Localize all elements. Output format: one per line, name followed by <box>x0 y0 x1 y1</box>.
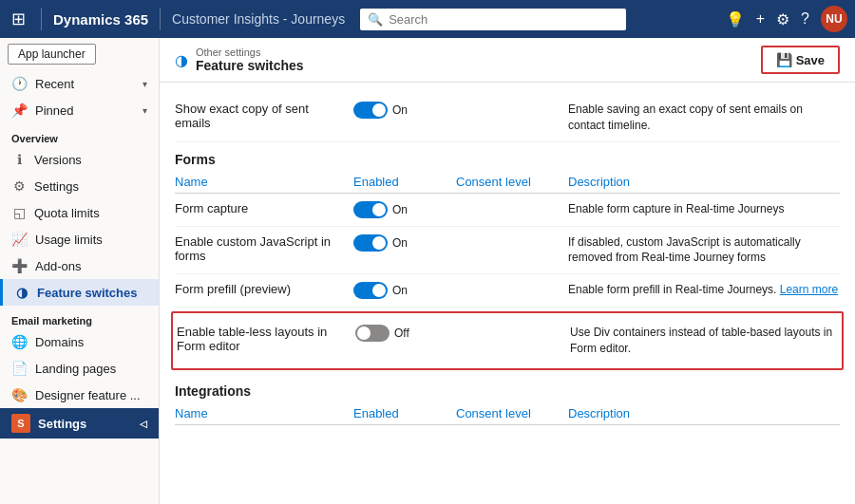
js-desc: If disabled, custom JavaScript is automa… <box>568 234 840 267</box>
toggle-label: On <box>392 203 408 216</box>
save-icon: 💾 <box>776 52 792 67</box>
sidebar-item-addons[interactable]: ➕ Add-ons <box>0 252 159 279</box>
save-button[interactable]: 💾 Save <box>761 46 840 74</box>
main-content: ◑ Other settings Feature switches 💾 Save… <box>160 38 855 504</box>
avatar[interactable]: NU <box>821 6 847 32</box>
forms-col-headers: Name Enabled Consent level Description <box>175 171 840 194</box>
col-enabled-header: Enabled <box>353 175 448 189</box>
sidebar-item-domains[interactable]: 🌐 Domains <box>0 328 159 355</box>
sent-emails-desc: Enable saving an exact copy of sent emai… <box>568 102 840 134</box>
int-col-desc-header: Description <box>568 406 840 420</box>
learn-more-link[interactable]: Learn more <box>780 283 838 296</box>
toggle-label: On <box>392 103 408 117</box>
sidebar-item-versions[interactable]: ℹ Versions <box>0 146 159 173</box>
help-icon[interactable]: ? <box>801 10 809 28</box>
forms-section-header: Forms <box>175 142 840 171</box>
overview-section: Overview <box>0 123 159 146</box>
app-label: Customer Insights - Journeys <box>172 11 345 27</box>
landing-icon: 📄 <box>11 361 28 376</box>
content-area: Show exact copy of sent emails On Enable… <box>160 83 855 437</box>
tableless-toggle-control[interactable]: Off <box>355 325 409 342</box>
toggle-thumb <box>372 203 386 216</box>
sidebar-item-feature-switches[interactable]: ◑ Feature switches <box>0 279 159 306</box>
sidebar-item-recent[interactable]: 🕐 Recent ▾ <box>0 70 159 97</box>
sidebar-item-settings[interactable]: ⚙ Settings <box>0 173 159 199</box>
form-row-capture: Form capture On Enable form capture in R… <box>175 194 840 227</box>
toggle-thumb <box>372 236 386 250</box>
main-header: ◑ Other settings Feature switches 💾 Save <box>160 38 855 83</box>
toggle-track <box>355 325 390 342</box>
sidebar-item-settings-bottom[interactable]: S Settings ◁ <box>0 408 159 439</box>
topbar-actions: 💡 + ⚙ ? NU <box>726 6 847 32</box>
sent-emails-name: Show exact copy of sent emails <box>175 102 346 130</box>
prefill-desc: Enable form prefill in Real-time Journey… <box>568 282 840 298</box>
usage-icon: 📈 <box>11 232 28 247</box>
search-box[interactable]: 🔍 <box>360 9 626 30</box>
designer-icon: 🎨 <box>11 387 28 402</box>
highlighted-row-container: Enable table-less layouts in Form editor… <box>171 311 844 370</box>
settings-icon[interactable]: ⚙ <box>776 10 789 28</box>
topbar-divider <box>41 8 42 30</box>
settings-nav-icon: ⚙ <box>11 178 27 194</box>
prefill-name: Form prefill (preview) <box>175 282 346 296</box>
search-input[interactable] <box>389 12 618 27</box>
tableless-desc: Use Div containers instead of table-base… <box>570 325 838 357</box>
app-launcher-button[interactable]: App launcher <box>8 44 96 65</box>
form-row-js: Enable custom JavaScript in forms On If … <box>175 227 840 275</box>
col-consent-header: Consent level <box>456 175 560 189</box>
integrations-col-headers: Name Enabled Consent level Description <box>175 402 840 425</box>
pinned-icon: 📌 <box>11 103 28 118</box>
integrations-section-header: Integrations <box>175 374 840 402</box>
settings-label: Settings <box>38 417 86 431</box>
js-toggle[interactable]: On <box>353 234 448 252</box>
form-row-tableless: Enable table-less layouts in Form editor… <box>177 317 838 364</box>
versions-icon: ℹ <box>11 152 27 167</box>
col-name-header: Name <box>175 175 346 189</box>
email-marketing-section: Email marketing <box>0 306 159 328</box>
int-col-name-header: Name <box>175 406 346 420</box>
capture-toggle-control[interactable]: On <box>353 201 408 218</box>
toggle-label: On <box>392 236 408 250</box>
grid-icon[interactable]: ⊞ <box>8 5 29 33</box>
tableless-name: Enable table-less layouts in Form editor <box>177 325 348 353</box>
prefill-toggle-control[interactable]: On <box>353 282 408 299</box>
toggle-track <box>353 234 388 252</box>
capture-toggle[interactable]: On <box>353 201 448 218</box>
prefill-toggle[interactable]: On <box>353 282 448 299</box>
int-col-consent-header: Consent level <box>456 406 560 420</box>
recent-chevron: ▾ <box>142 79 147 89</box>
lightbulb-icon[interactable]: 💡 <box>726 10 745 28</box>
toggle-label: On <box>392 284 408 297</box>
sidebar-item-landing[interactable]: 📄 Landing pages <box>0 355 159 382</box>
integrations-title: Integrations <box>175 383 251 399</box>
sidebar-item-pinned[interactable]: 📌 Pinned ▾ <box>0 97 159 123</box>
form-row-prefill: Form prefill (preview) On Enable form pr… <box>175 274 840 308</box>
breadcrumb: Other settings <box>196 47 304 58</box>
main-layout: App launcher 🕐 Recent ▾ 📌 Pinned ▾ Overv… <box>0 38 855 504</box>
feature-icon: ◑ <box>14 285 29 300</box>
topbar-divider2 <box>160 8 161 30</box>
sidebar: App launcher 🕐 Recent ▾ 📌 Pinned ▾ Overv… <box>0 38 160 504</box>
search-icon: 🔍 <box>368 12 383 27</box>
forms-title: Forms <box>175 152 216 167</box>
js-toggle-control[interactable]: On <box>353 234 408 252</box>
settings-chevron: ◁ <box>140 419 147 429</box>
sidebar-item-quota[interactable]: ◱ Quota limits <box>0 199 159 226</box>
capture-name: Form capture <box>175 201 346 215</box>
capture-desc: Enable form capture in Real-time Journey… <box>568 201 840 217</box>
sent-emails-toggle[interactable]: On <box>353 102 448 119</box>
add-icon[interactable]: + <box>756 10 765 28</box>
recent-icon: 🕐 <box>11 76 28 91</box>
sidebar-item-usage[interactable]: 📈 Usage limits <box>0 226 159 252</box>
toggle-track <box>353 201 388 218</box>
toggle-track <box>353 282 388 299</box>
toggle-thumb <box>372 284 386 297</box>
feature-switch-icon: ◑ <box>175 51 188 69</box>
sidebar-item-designer[interactable]: 🎨 Designer feature ... <box>0 382 159 408</box>
breadcrumb-area: ◑ Other settings Feature switches <box>175 47 304 73</box>
sent-emails-toggle-control[interactable]: On <box>353 102 408 119</box>
toggle-label: Off <box>394 327 409 340</box>
feature-row-sent-emails: Show exact copy of sent emails On Enable… <box>175 94 840 142</box>
tableless-toggle[interactable]: Off <box>355 325 450 342</box>
domains-icon: 🌐 <box>11 334 28 349</box>
